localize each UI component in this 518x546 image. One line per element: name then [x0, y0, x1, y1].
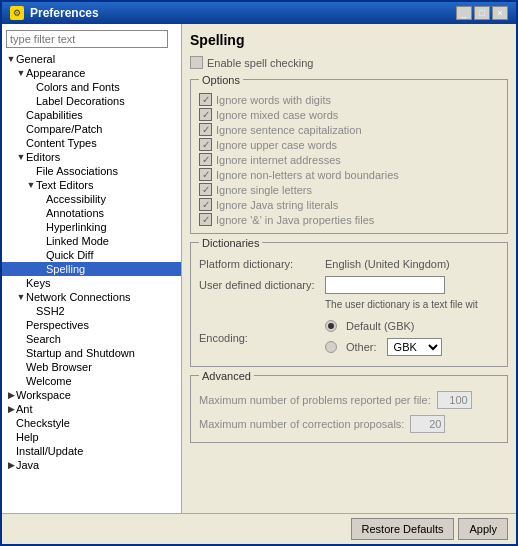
encoding-default-radio[interactable] [325, 320, 337, 332]
option-row-4: ✓Ignore internet addresses [199, 152, 499, 167]
option-checkbox-1[interactable]: ✓ [199, 108, 212, 121]
sidebar-item-linked-mode[interactable]: Linked Mode [2, 234, 181, 248]
sidebar-label-linked-mode: Linked Mode [46, 235, 109, 247]
sidebar-label-perspectives: Perspectives [26, 319, 89, 331]
option-label-3: Ignore upper case words [216, 139, 337, 151]
maximize-button[interactable]: □ [474, 6, 490, 20]
sidebar-label-annotations: Annotations [46, 207, 104, 219]
option-label-2: Ignore sentence capitalization [216, 124, 362, 136]
encoding-default-row: Default (GBK) [325, 318, 442, 334]
max-proposals-row: Maximum number of correction proposals: [199, 412, 499, 436]
sidebar-item-hyperlinking[interactable]: Hyperlinking [2, 220, 181, 234]
window-title: Preferences [30, 6, 450, 20]
platform-dict-row: Platform dictionary: English (United Kin… [199, 255, 499, 273]
tree-expander-colors-fonts [26, 82, 36, 92]
tree-expander-label-decorations [26, 96, 36, 106]
bottom-buttons: Restore Defaults Apply [2, 513, 516, 544]
option-checkbox-2[interactable]: ✓ [199, 123, 212, 136]
option-checkbox-6[interactable]: ✓ [199, 183, 212, 196]
sidebar-item-label-decorations[interactable]: Label Decorations [2, 94, 181, 108]
option-checkbox-0[interactable]: ✓ [199, 93, 212, 106]
sidebar-item-appearance[interactable]: ▼Appearance [2, 66, 181, 80]
sidebar-item-network-connections[interactable]: ▼Network Connections [2, 290, 181, 304]
sidebar-item-ssh2[interactable]: SSH2 [2, 304, 181, 318]
sidebar-item-annotations[interactable]: Annotations [2, 206, 181, 220]
minimize-button[interactable]: _ [456, 6, 472, 20]
tree-expander-quick-diff [36, 250, 46, 260]
sidebar-item-help[interactable]: Help [2, 430, 181, 444]
enable-spell-checkbox[interactable] [190, 56, 203, 69]
option-checkbox-3[interactable]: ✓ [199, 138, 212, 151]
sidebar-label-editors: Editors [26, 151, 60, 163]
sidebar-item-perspectives[interactable]: Perspectives [2, 318, 181, 332]
option-label-4: Ignore internet addresses [216, 154, 341, 166]
sidebar-item-startup-shutdown[interactable]: Startup and Shutdown [2, 346, 181, 360]
tree-expander-help [6, 432, 16, 442]
encoding-row: Encoding: Default (GBK) Other: GBK [199, 316, 499, 360]
sidebar-item-keys[interactable]: Keys [2, 276, 181, 290]
options-group-title: Options [199, 74, 243, 86]
tree-expander-editors: ▼ [16, 152, 26, 162]
tree-expander-search [16, 334, 26, 344]
close-button[interactable]: × [492, 6, 508, 20]
tree-expander-content-types [16, 138, 26, 148]
option-checkbox-5[interactable]: ✓ [199, 168, 212, 181]
option-checkbox-4[interactable]: ✓ [199, 153, 212, 166]
max-proposals-input[interactable] [410, 415, 445, 433]
sidebar-label-web-browser: Web Browser [26, 361, 92, 373]
window-controls: _ □ × [456, 6, 508, 20]
tree-expander-accessibility [36, 194, 46, 204]
sidebar-item-ant[interactable]: ▶Ant [2, 402, 181, 416]
tree-expander-ssh2 [26, 306, 36, 316]
sidebar-item-spelling[interactable]: Spelling [2, 262, 181, 276]
sidebar-item-workspace[interactable]: ▶Workspace [2, 388, 181, 402]
option-checkbox-8[interactable]: ✓ [199, 213, 212, 226]
encoding-other-select[interactable]: GBK UTF-8 [387, 338, 442, 356]
sidebar-item-file-associations[interactable]: File Associations [2, 164, 181, 178]
options-group: Options ✓Ignore words with digits✓Ignore… [190, 79, 508, 234]
sidebar-label-quick-diff: Quick Diff [46, 249, 93, 261]
sidebar-item-accessibility[interactable]: Accessibility [2, 192, 181, 206]
encoding-default-label: Default (GBK) [346, 320, 414, 332]
tree-expander-text-editors: ▼ [26, 180, 36, 190]
sidebar-item-welcome[interactable]: Welcome [2, 374, 181, 388]
sidebar-item-general[interactable]: ▼General [2, 52, 181, 66]
sidebar-label-checkstyle: Checkstyle [16, 417, 70, 429]
max-problems-input[interactable] [437, 391, 472, 409]
advanced-group: Advanced Maximum number of problems repo… [190, 375, 508, 443]
sidebar-label-appearance: Appearance [26, 67, 85, 79]
option-label-5: Ignore non-letters at word boundaries [216, 169, 399, 181]
sidebar-item-web-browser[interactable]: Web Browser [2, 360, 181, 374]
sidebar-label-text-editors: Text Editors [36, 179, 93, 191]
sidebar-label-colors-fonts: Colors and Fonts [36, 81, 120, 93]
tree-expander-web-browser [16, 362, 26, 372]
encoding-other-radio[interactable] [325, 341, 337, 353]
apply-button[interactable]: Apply [458, 518, 508, 540]
tree-expander-hyperlinking [36, 222, 46, 232]
user-dict-input[interactable] [325, 276, 445, 294]
option-row-0: ✓Ignore words with digits [199, 92, 499, 107]
max-problems-label: Maximum number of problems reported per … [199, 394, 431, 406]
sidebar-item-install-update[interactable]: Install/Update [2, 444, 181, 458]
sidebar-item-quick-diff[interactable]: Quick Diff [2, 248, 181, 262]
filter-input[interactable] [6, 30, 168, 48]
sidebar-item-content-types[interactable]: Content Types [2, 136, 181, 150]
tree-expander-linked-mode [36, 236, 46, 246]
sidebar-item-checkstyle[interactable]: Checkstyle [2, 416, 181, 430]
sidebar-item-compare-patch[interactable]: Compare/Patch [2, 122, 181, 136]
tree-expander-capabilities [16, 110, 26, 120]
sidebar-item-java[interactable]: ▶Java [2, 458, 181, 472]
restore-defaults-button[interactable]: Restore Defaults [351, 518, 455, 540]
sidebar-item-text-editors[interactable]: ▼Text Editors [2, 178, 181, 192]
max-proposals-label: Maximum number of correction proposals: [199, 418, 404, 430]
sidebar-item-colors-fonts[interactable]: Colors and Fonts [2, 80, 181, 94]
sidebar-label-label-decorations: Label Decorations [36, 95, 125, 107]
sidebar-item-capabilities[interactable]: Capabilities [2, 108, 181, 122]
tree-expander-keys [16, 278, 26, 288]
window-icon: ⚙ [10, 6, 24, 20]
sidebar-item-search[interactable]: Search [2, 332, 181, 346]
sidebar-item-editors[interactable]: ▼Editors [2, 150, 181, 164]
dictionaries-content: Platform dictionary: English (United Kin… [199, 255, 499, 360]
tree-expander-install-update [6, 446, 16, 456]
option-checkbox-7[interactable]: ✓ [199, 198, 212, 211]
